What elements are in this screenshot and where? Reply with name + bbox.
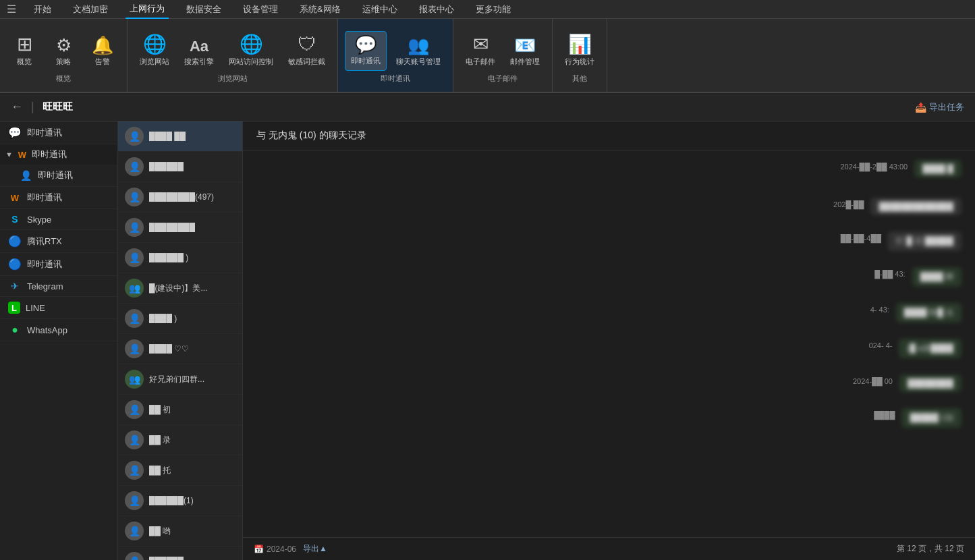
msg-time-m4: █-██ 43: <box>825 270 906 278</box>
sidebar-subitem-ww-account[interactable]: 👤 即时通讯 <box>0 165 117 187</box>
msg-time-m1: 2024-██-2██ 43:00 <box>827 163 908 171</box>
nav-title: 旺旺旺 <box>43 101 73 113</box>
contact-item-c10[interactable]: 👤 ██ 初 <box>118 395 242 425</box>
toolbar-btn-overview[interactable]: ⊞ 概览 <box>7 31 42 71</box>
contact-name-c5: ██████ ) <box>149 253 188 262</box>
msg-bubble-m4: ████ 脚 <box>912 267 962 287</box>
contact-item-c14[interactable]: 👤 ██ 哟 <box>118 516 242 547</box>
menu-item-data-security[interactable]: 数据安全 <box>182 1 225 18</box>
message-row-m2: 202█-██ █████████████ <box>256 195 962 218</box>
sidebar-item-im-sub[interactable]: W 即时通讯 <box>0 187 117 209</box>
contact-item-c15[interactable]: 👤 ██████ <box>118 547 242 560</box>
toolbar-btn-site-access[interactable]: 🌐 网站访问控制 <box>223 31 279 71</box>
contact-avatar-c14: 👤 <box>125 522 144 540</box>
im-icon: 💬 <box>355 36 377 53</box>
im-label: 即时通讯 <box>351 56 381 66</box>
toolbar-btn-email[interactable]: ✉ 电子邮件 <box>460 31 501 71</box>
toolbar-btn-email-mgmt[interactable]: 📧 邮件管理 <box>505 32 545 71</box>
behavior-stat-label: 行为统计 <box>565 57 594 67</box>
contact-avatar-c4: 👤 <box>125 218 144 237</box>
msg-time-m6: 024- 4- <box>811 341 892 349</box>
site-access-icon: 🌐 <box>240 35 263 54</box>
export-button[interactable]: 导出▲ <box>303 543 327 555</box>
toolbar-group-overview-label: 概览 <box>56 74 71 86</box>
toolbar-group-email-label: 电子邮件 <box>488 74 518 86</box>
chat-account-icon: 👥 <box>408 36 429 54</box>
contact-item-c1[interactable]: 👤 ████ ██ <box>118 121 242 152</box>
sidebar-section-ww[interactable]: ▼ W 即时通讯 <box>0 144 117 165</box>
contact-item-c5[interactable]: 👤 ██████ ) <box>118 243 242 273</box>
contact-name-c13: ██████(1) <box>149 496 194 505</box>
toolbar-btn-behavior-stat[interactable]: 📊 行为统计 <box>559 31 600 71</box>
contact-item-c4[interactable]: 👤 ████████ <box>118 213 242 243</box>
menu-item-report-center[interactable]: 报表中心 <box>415 1 458 18</box>
site-access-label: 网站访问控制 <box>229 57 273 67</box>
menu-item-more[interactable]: 更多功能 <box>472 1 515 18</box>
toolbar-btn-im[interactable]: 💬 即时通讯 <box>345 31 387 71</box>
message-row-m1: 2024-██-2██ 43:00 ████ █ <box>256 157 962 180</box>
im2-icon: 🔵 <box>8 258 22 271</box>
contact-item-c12[interactable]: 👤 ██ 托 <box>118 455 242 486</box>
whatsapp-label: WhatsApp <box>27 325 67 335</box>
menu-item-sys-network[interactable]: 系统&网络 <box>296 1 345 18</box>
pagination: 第 12 页，共 12 页 <box>897 543 964 555</box>
sidebar-item-whatsapp[interactable]: ● WhatsApp <box>0 319 117 341</box>
message-row-m8: ████ █████ 1划 <box>256 405 962 430</box>
msg-time-m5: 4- 43: <box>808 306 889 314</box>
footer-date-label: 2024-06 <box>267 544 296 554</box>
behavior-stat-icon: 📊 <box>568 35 592 54</box>
menu-item-doc-encrypt[interactable]: 文档加密 <box>69 1 112 18</box>
telegram-label: Telegram <box>27 281 63 291</box>
skype-icon: S <box>8 214 22 225</box>
toolbar-btn-chat-account[interactable]: 👥 聊天账号管理 <box>391 32 446 71</box>
contact-item-c9[interactable]: 👥 好兄弟们四群... <box>118 364 242 395</box>
toolbar-btn-browse-web[interactable]: 🌐 浏览网站 <box>134 31 175 71</box>
contact-item-c13[interactable]: 👤 ██████(1) <box>118 486 242 516</box>
rtx-label: 腾讯RTX <box>27 235 62 248</box>
ww-account-label: 即时通讯 <box>38 169 73 181</box>
menu-item-device-mgmt[interactable]: 设备管理 <box>239 1 282 18</box>
contact-item-c6[interactable]: 👥 █(建设中)】美... <box>118 273 242 304</box>
alert-icon: 🔔 <box>92 36 113 54</box>
top-menu-bar: ☰ 开始 文档加密 上网行为 数据安全 设备管理 系统&网络 运维中心 报表中心… <box>0 0 975 19</box>
contact-name-c9: 好兄弟们四群... <box>149 374 204 385</box>
email-mgmt-label: 邮件管理 <box>510 57 540 67</box>
sidebar-item-im2[interactable]: 🔵 即时通讯 <box>0 253 117 276</box>
toolbar-group-im: 💬 即时通讯 👥 聊天账号管理 即时通讯 <box>338 19 453 92</box>
message-row-m3: ██-██-4██ 打 █ 召 █████ <box>256 229 962 254</box>
chat-title: 与 无内鬼 (10) 的聊天记录 <box>256 130 366 140</box>
whatsapp-icon: ● <box>8 324 22 336</box>
sidebar-item-rtx[interactable]: 🔵 腾讯RTX <box>0 230 117 253</box>
nav-bar: ← | 旺旺旺 📤 导出任务 <box>0 93 975 121</box>
toolbar-btn-alert[interactable]: 🔔 告警 <box>85 32 120 71</box>
contact-avatar-c3: 👤 <box>125 188 144 206</box>
menu-item-internet[interactable]: 上网行为 <box>126 0 169 19</box>
contact-item-c7[interactable]: 👤 ████ ) <box>118 304 242 334</box>
chat-footer: 📅 2024-06 导出▲ 第 12 页，共 12 页 <box>243 537 975 560</box>
im-sub-icon: W <box>8 193 22 203</box>
contact-item-c2[interactable]: 👤 ██████ <box>118 152 242 182</box>
sidebar-item-telegram[interactable]: ✈ Telegram <box>0 276 117 297</box>
contact-avatar-c15: 👤 <box>125 552 144 560</box>
browse-web-icon: 🌐 <box>143 35 167 54</box>
toolbar-btn-strategy[interactable]: ⚙ 策略 <box>46 32 81 71</box>
contact-avatar-c1: 👤 <box>125 127 144 146</box>
sidebar-item-line[interactable]: L LINE <box>0 297 117 319</box>
export-task-button[interactable]: 📤 导出任务 <box>915 101 964 113</box>
email-label: 电子邮件 <box>466 57 495 67</box>
msg-bubble-m7: ████████ <box>899 374 962 392</box>
toolbar-btn-search-engine[interactable]: Aa 搜索引擎 <box>179 35 219 71</box>
toolbar-btn-sensitive[interactable]: 🛡 敏感词拦截 <box>283 31 331 71</box>
menu-item-ops-center[interactable]: 运维中心 <box>358 1 401 18</box>
line-label: LINE <box>26 303 45 313</box>
im2-label: 即时通讯 <box>27 258 62 271</box>
contact-item-c3[interactable]: 👤 ████████(497) <box>118 182 242 213</box>
contact-item-c11[interactable]: 👤 ██ 录 <box>118 425 242 455</box>
sidebar-item-skype[interactable]: S Skype <box>0 209 117 230</box>
sidebar-item-im-top[interactable]: 💬 即时通讯 <box>0 121 117 144</box>
menu-item-start[interactable]: 开始 <box>30 1 55 18</box>
contact-item-c8[interactable]: 👤 ████ ♡♡ <box>118 334 242 364</box>
back-button[interactable]: ← <box>11 100 23 114</box>
hamburger-icon[interactable]: ☰ <box>7 3 16 16</box>
chat-account-label: 聊天账号管理 <box>396 57 441 67</box>
